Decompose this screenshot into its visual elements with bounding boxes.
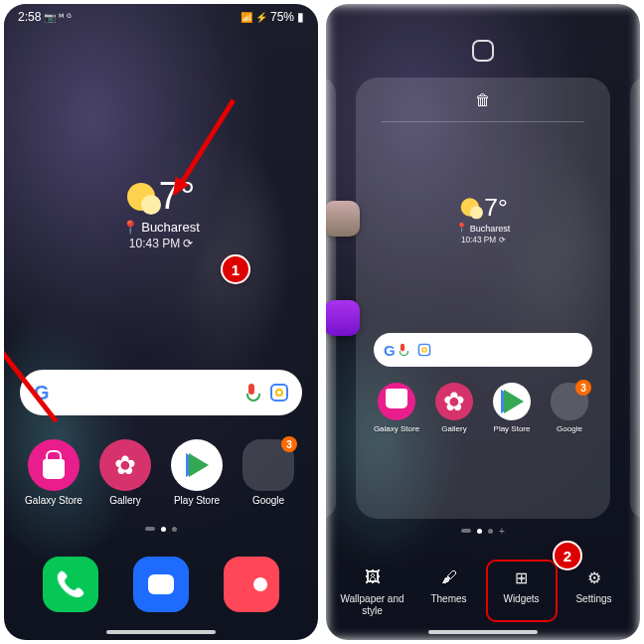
bag-icon [28,439,80,491]
app-play-store[interactable]: Play Store [164,439,230,506]
refresh-icon: ⟳ [499,235,506,243]
google-logo: G [384,342,396,359]
weather-temp-mini: 7° [484,194,508,222]
battery-pct: 75% [270,10,294,24]
weather-time: 10:43 PM [129,237,180,250]
wallpaper [4,4,318,640]
camera-app[interactable] [224,557,279,612]
phone-app[interactable] [43,557,98,612]
home-icon[interactable] [472,40,494,62]
callout-2: 2 [553,541,582,570]
weather-moon-icon [460,198,478,216]
lens-icon [417,344,430,357]
option-wallpaper[interactable]: 🖼 Wallpaper and style [337,565,408,616]
lens-icon[interactable] [270,384,288,402]
callout-1: 1 [221,254,250,284]
option-widgets[interactable]: ⊞ Widgets [486,560,558,622]
mic-icon[interactable] [244,384,258,402]
page-indicator [4,527,318,532]
refresh-icon: ⟳ [183,237,193,250]
home-page-preview[interactable]: 🗑 7° 📍 Bucharest 10:43 PM ⟳ G [356,78,610,519]
thumb-image [326,201,360,237]
option-themes[interactable]: 🖌 Themes [413,565,485,616]
dock [4,557,318,612]
page-peek-left[interactable] [326,78,336,519]
flower-icon [435,383,473,420]
folder-icon: 3 [242,439,294,491]
trash-icon[interactable]: 🗑 [475,91,491,109]
wifi-icon: 📶 ⚡ [241,12,267,23]
weather-moon-icon [127,183,155,211]
thumb-image [326,300,360,336]
gesture-bar[interactable] [106,630,216,634]
app-galaxy-store[interactable]: Galaxy Store [21,439,86,506]
status-bar: 2:58 📷 ᴹ ᴳ 📶 ⚡ 75% ▮ [4,4,318,30]
phone-edit-mode: 🗑 7° 📍 Bucharest 10:43 PM ⟳ G [326,4,640,640]
app-google-folder[interactable]: 3 Google [236,439,301,506]
page-peek-right[interactable] [630,78,640,519]
option-settings[interactable]: ⚙ Settings [559,565,630,616]
status-icon: 📷 ᴹ ᴳ [44,12,72,23]
app-gallery[interactable]: Gallery [92,439,158,506]
phone-home-screen: 2:58 📷 ᴹ ᴳ 📶 ⚡ 75% ▮ 7° 📍 Bucharest 10:4… [4,4,318,640]
status-time: 2:58 [18,10,41,24]
weather-city: Bucharest [141,220,200,235]
gear-icon: ⚙ [582,565,606,589]
play-icon [171,439,223,491]
app-row: Galaxy Store Gallery Play Store 3 Google [4,439,318,506]
bag-icon [378,383,415,420]
mini-search: G [374,333,592,367]
widgets-icon: ⊞ [510,565,534,589]
brush-icon: 🖌 [437,565,461,589]
battery-icon: ▮ [297,10,304,24]
gesture-bar[interactable] [428,630,538,634]
pin-icon: 📍 [456,223,467,234]
folder-icon: 3 [551,383,588,420]
play-icon [493,383,531,420]
page-indicator: + [326,529,640,534]
pin-icon: 📍 [122,220,138,235]
google-search-bar[interactable]: G [20,370,302,415]
image-icon: 🖼 [361,565,385,589]
messages-app[interactable] [133,557,189,612]
weather-widget[interactable]: 7° 📍 Bucharest 10:43 PM ⟳ [4,175,318,250]
flower-icon [99,439,151,491]
notification-badge: 3 [281,436,297,452]
edit-options: 🖼 Wallpaper and style 🖌 Themes ⊞ Widgets… [326,565,640,616]
mic-icon [398,344,407,357]
